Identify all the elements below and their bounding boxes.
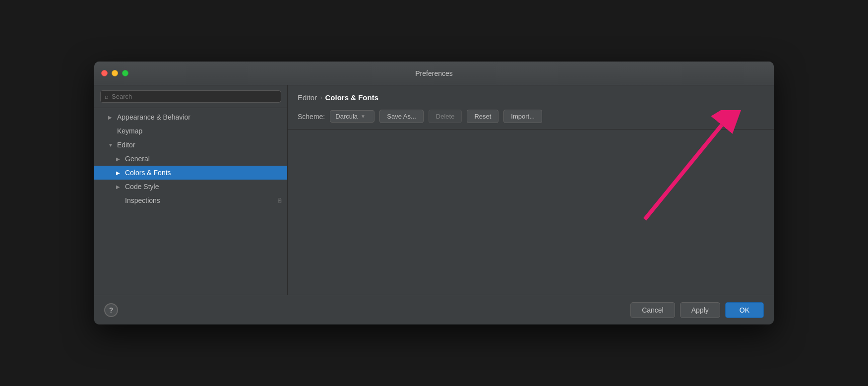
ok-button[interactable]: OK bbox=[725, 302, 764, 318]
inspections-icon: ⎘ bbox=[278, 197, 281, 204]
apply-button[interactable]: Apply bbox=[680, 302, 720, 318]
breadcrumb: Editor › Colors & Fonts bbox=[298, 93, 764, 102]
arrow-icon: ▶ bbox=[116, 184, 122, 190]
arrow-icon: ▶ bbox=[116, 170, 122, 176]
panel-header: Editor › Colors & Fonts Scheme: Darcula … bbox=[288, 85, 774, 129]
arrow-icon: ▼ bbox=[108, 142, 114, 148]
main-content: ⌕ ▶ Appearance & Behavior ▶ Keymap ▼ bbox=[94, 85, 774, 295]
traffic-lights bbox=[101, 70, 128, 76]
maximize-button[interactable] bbox=[122, 70, 128, 76]
sidebar-items: ▶ Appearance & Behavior ▶ Keymap ▼ Edito… bbox=[94, 108, 287, 295]
window-title: Preferences bbox=[415, 69, 452, 77]
cancel-button[interactable]: Cancel bbox=[630, 302, 675, 318]
sidebar-item-label: Inspections bbox=[125, 196, 275, 204]
arrow-icon: ▶ bbox=[116, 156, 122, 162]
sidebar-item-appearance-behavior[interactable]: ▶ Appearance & Behavior bbox=[94, 110, 287, 124]
sidebar-item-label: Appearance & Behavior bbox=[117, 113, 281, 121]
save-as-button[interactable]: Save As... bbox=[379, 110, 424, 123]
search-wrapper[interactable]: ⌕ bbox=[100, 90, 281, 103]
sidebar-item-code-style[interactable]: ▶ Code Style bbox=[94, 180, 287, 193]
sidebar-item-inspections[interactable]: ▶ Inspections ⎘ bbox=[94, 193, 287, 207]
sidebar: ⌕ ▶ Appearance & Behavior ▶ Keymap ▼ bbox=[94, 85, 288, 295]
import-button[interactable]: Import... bbox=[503, 110, 542, 123]
scheme-row: Scheme: Darcula ▼ Save As... Delete Rese… bbox=[298, 110, 764, 123]
search-bar: ⌕ bbox=[94, 85, 287, 108]
sidebar-item-label: Colors & Fonts bbox=[125, 169, 281, 177]
sidebar-item-label: General bbox=[125, 155, 281, 163]
breadcrumb-current: Colors & Fonts bbox=[325, 93, 379, 102]
sidebar-item-colors-fonts[interactable]: ▶ Colors & Fonts bbox=[94, 166, 287, 180]
scheme-dropdown[interactable]: Darcula ▼ bbox=[330, 110, 374, 123]
search-icon: ⌕ bbox=[105, 93, 109, 100]
help-button[interactable]: ? bbox=[104, 303, 118, 317]
svg-line-1 bbox=[645, 125, 722, 219]
sidebar-item-editor[interactable]: ▼ Editor bbox=[94, 138, 287, 152]
sidebar-item-general[interactable]: ▶ General bbox=[94, 152, 287, 166]
title-bar: Preferences bbox=[94, 62, 774, 85]
close-button[interactable] bbox=[101, 70, 108, 76]
sidebar-item-label: Keymap bbox=[117, 127, 281, 135]
preferences-window: Preferences ⌕ ▶ Appearance & Behavior ▶ bbox=[94, 62, 774, 324]
right-panel: Editor › Colors & Fonts Scheme: Darcula … bbox=[288, 85, 774, 295]
delete-button[interactable]: Delete bbox=[429, 110, 462, 123]
arrow-annotation bbox=[615, 110, 744, 241]
reset-button[interactable]: Reset bbox=[467, 110, 498, 123]
sidebar-item-label: Code Style bbox=[125, 183, 281, 191]
sidebar-item-label: Editor bbox=[117, 141, 281, 149]
arrow-icon: ▶ bbox=[108, 115, 114, 120]
breadcrumb-separator: › bbox=[320, 94, 322, 101]
breadcrumb-parent: Editor bbox=[298, 93, 317, 102]
dropdown-arrow-icon: ▼ bbox=[361, 114, 366, 119]
bottom-bar: ? Cancel Apply OK bbox=[94, 295, 774, 324]
scheme-label: Scheme: bbox=[298, 113, 325, 121]
minimize-button[interactable] bbox=[112, 70, 118, 76]
bottom-actions: Cancel Apply OK bbox=[630, 302, 764, 318]
arrow-svg bbox=[615, 110, 744, 239]
search-input[interactable] bbox=[112, 93, 277, 100]
scheme-value: Darcula bbox=[335, 113, 358, 120]
sidebar-item-keymap[interactable]: ▶ Keymap bbox=[94, 124, 287, 138]
